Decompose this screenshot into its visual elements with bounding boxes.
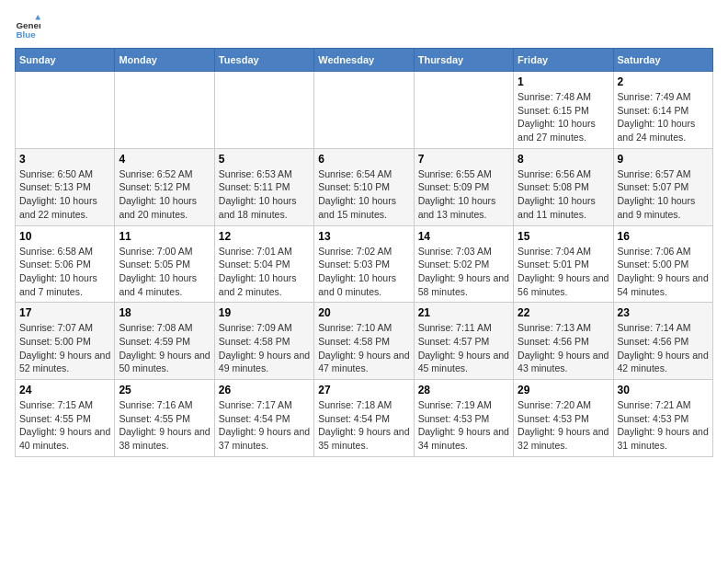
cell-day-number: 10 xyxy=(19,230,110,243)
calendar-week-row: 17Sunrise: 7:07 AMSunset: 5:00 PMDayligh… xyxy=(16,303,713,380)
calendar-cell: 15Sunrise: 7:04 AMSunset: 5:01 PMDayligh… xyxy=(514,225,613,303)
cell-day-number: 5 xyxy=(219,153,310,166)
cell-info: Sunrise: 7:01 AMSunset: 5:04 PMDaylight:… xyxy=(219,245,310,299)
cell-day-number: 14 xyxy=(418,230,509,243)
cell-info: Sunrise: 6:57 AMSunset: 5:07 PMDaylight:… xyxy=(618,167,709,222)
cell-day-number: 27 xyxy=(318,384,409,396)
calendar-cell: 11Sunrise: 7:00 AMSunset: 5:05 PMDayligh… xyxy=(115,225,214,303)
cell-info: Sunrise: 7:21 AMSunset: 4:53 PMDaylight:… xyxy=(618,398,709,453)
day-of-week-row: SundayMondayTuesdayWednesdayThursdayFrid… xyxy=(16,49,713,72)
calendar-cell: 27Sunrise: 7:18 AMSunset: 4:54 PMDayligh… xyxy=(314,380,414,457)
calendar-cell: 16Sunrise: 7:06 AMSunset: 5:00 PMDayligh… xyxy=(613,225,712,303)
calendar-cell xyxy=(314,72,414,149)
calendar-cell: 24Sunrise: 7:15 AMSunset: 4:55 PMDayligh… xyxy=(16,380,115,457)
svg-marker-2 xyxy=(35,15,40,20)
cell-day-number: 11 xyxy=(119,230,210,243)
dow-header: Wednesday xyxy=(314,49,414,72)
calendar-cell: 3Sunrise: 6:50 AMSunset: 5:13 PMDaylight… xyxy=(16,148,115,225)
cell-info: Sunrise: 7:18 AMSunset: 4:54 PMDaylight:… xyxy=(318,398,409,453)
cell-day-number: 22 xyxy=(518,306,609,319)
cell-info: Sunrise: 7:49 AMSunset: 6:14 PMDaylight:… xyxy=(618,90,709,144)
calendar-week-row: 24Sunrise: 7:15 AMSunset: 4:55 PMDayligh… xyxy=(16,380,713,457)
cell-info: Sunrise: 7:16 AMSunset: 4:55 PMDaylight:… xyxy=(119,398,210,453)
dow-header: Monday xyxy=(115,49,214,72)
calendar-week-row: 1Sunrise: 7:48 AMSunset: 6:15 PMDaylight… xyxy=(16,72,713,149)
cell-day-number: 18 xyxy=(119,306,210,319)
calendar-body: 1Sunrise: 7:48 AMSunset: 6:15 PMDaylight… xyxy=(16,72,713,457)
cell-info: Sunrise: 7:00 AMSunset: 5:05 PMDaylight:… xyxy=(119,245,210,299)
cell-day-number: 20 xyxy=(318,306,409,319)
cell-day-number: 12 xyxy=(219,230,310,243)
cell-info: Sunrise: 6:55 AMSunset: 5:09 PMDaylight:… xyxy=(418,167,509,222)
cell-day-number: 13 xyxy=(318,230,409,243)
cell-day-number: 25 xyxy=(119,384,210,396)
cell-info: Sunrise: 7:14 AMSunset: 4:56 PMDaylight:… xyxy=(618,321,709,375)
calendar-cell: 23Sunrise: 7:14 AMSunset: 4:56 PMDayligh… xyxy=(613,303,712,380)
calendar-cell: 30Sunrise: 7:21 AMSunset: 4:53 PMDayligh… xyxy=(613,380,712,457)
cell-day-number: 16 xyxy=(618,230,709,243)
cell-day-number: 23 xyxy=(618,306,709,319)
calendar-cell xyxy=(16,72,115,149)
cell-day-number: 26 xyxy=(219,384,310,396)
cell-day-number: 6 xyxy=(318,153,409,166)
cell-info: Sunrise: 6:53 AMSunset: 5:11 PMDaylight:… xyxy=(219,167,310,222)
calendar-cell: 22Sunrise: 7:13 AMSunset: 4:56 PMDayligh… xyxy=(514,303,613,380)
calendar-cell: 20Sunrise: 7:10 AMSunset: 4:58 PMDayligh… xyxy=(314,303,414,380)
cell-info: Sunrise: 7:08 AMSunset: 4:59 PMDaylight:… xyxy=(119,321,210,375)
header-area: General Blue xyxy=(15,15,713,40)
calendar-cell: 26Sunrise: 7:17 AMSunset: 4:54 PMDayligh… xyxy=(214,380,313,457)
calendar-cell: 14Sunrise: 7:03 AMSunset: 5:02 PMDayligh… xyxy=(414,225,513,303)
calendar-week-row: 3Sunrise: 6:50 AMSunset: 5:13 PMDaylight… xyxy=(16,148,713,225)
cell-info: Sunrise: 7:11 AMSunset: 4:57 PMDaylight:… xyxy=(418,321,509,375)
cell-info: Sunrise: 7:15 AMSunset: 4:55 PMDaylight:… xyxy=(19,398,110,453)
cell-day-number: 9 xyxy=(618,153,709,166)
cell-day-number: 30 xyxy=(618,384,709,396)
cell-info: Sunrise: 7:48 AMSunset: 6:15 PMDaylight:… xyxy=(518,90,609,144)
calendar-week-row: 10Sunrise: 6:58 AMSunset: 5:06 PMDayligh… xyxy=(16,225,713,303)
calendar-cell: 6Sunrise: 6:54 AMSunset: 5:10 PMDaylight… xyxy=(314,148,414,225)
cell-info: Sunrise: 7:06 AMSunset: 5:00 PMDaylight:… xyxy=(618,245,709,299)
calendar-cell: 18Sunrise: 7:08 AMSunset: 4:59 PMDayligh… xyxy=(115,303,214,380)
cell-info: Sunrise: 7:17 AMSunset: 4:54 PMDaylight:… xyxy=(219,398,310,453)
cell-day-number: 7 xyxy=(418,153,509,166)
dow-header: Friday xyxy=(514,49,613,72)
calendar-cell: 13Sunrise: 7:02 AMSunset: 5:03 PMDayligh… xyxy=(314,225,414,303)
calendar-cell xyxy=(414,72,513,149)
logo: General Blue xyxy=(15,15,44,40)
calendar-cell: 5Sunrise: 6:53 AMSunset: 5:11 PMDaylight… xyxy=(214,148,313,225)
calendar-cell: 21Sunrise: 7:11 AMSunset: 4:57 PMDayligh… xyxy=(414,303,513,380)
cell-info: Sunrise: 7:03 AMSunset: 5:02 PMDaylight:… xyxy=(418,245,509,299)
cell-info: Sunrise: 6:56 AMSunset: 5:08 PMDaylight:… xyxy=(518,167,609,222)
dow-header: Thursday xyxy=(414,49,513,72)
cell-day-number: 28 xyxy=(418,384,509,396)
cell-info: Sunrise: 6:54 AMSunset: 5:10 PMDaylight:… xyxy=(318,167,409,222)
calendar-cell: 1Sunrise: 7:48 AMSunset: 6:15 PMDaylight… xyxy=(514,72,613,149)
cell-info: Sunrise: 6:50 AMSunset: 5:13 PMDaylight:… xyxy=(19,167,110,222)
cell-day-number: 8 xyxy=(518,153,609,166)
calendar-cell: 29Sunrise: 7:20 AMSunset: 4:53 PMDayligh… xyxy=(514,380,613,457)
cell-info: Sunrise: 7:19 AMSunset: 4:53 PMDaylight:… xyxy=(418,398,509,453)
logo-icon: General Blue xyxy=(15,15,40,40)
cell-info: Sunrise: 6:52 AMSunset: 5:12 PMDaylight:… xyxy=(119,167,210,222)
calendar-cell: 2Sunrise: 7:49 AMSunset: 6:14 PMDaylight… xyxy=(613,72,712,149)
calendar-cell: 10Sunrise: 6:58 AMSunset: 5:06 PMDayligh… xyxy=(16,225,115,303)
calendar: SundayMondayTuesdayWednesdayThursdayFrid… xyxy=(15,48,713,457)
cell-day-number: 1 xyxy=(518,75,609,88)
cell-day-number: 3 xyxy=(19,153,110,166)
cell-day-number: 21 xyxy=(418,306,509,319)
cell-day-number: 19 xyxy=(219,306,310,319)
cell-info: Sunrise: 7:04 AMSunset: 5:01 PMDaylight:… xyxy=(518,245,609,299)
calendar-cell: 12Sunrise: 7:01 AMSunset: 5:04 PMDayligh… xyxy=(214,225,313,303)
cell-info: Sunrise: 7:13 AMSunset: 4:56 PMDaylight:… xyxy=(518,321,609,375)
dow-header: Sunday xyxy=(16,49,115,72)
cell-day-number: 29 xyxy=(518,384,609,396)
cell-day-number: 4 xyxy=(119,153,210,166)
calendar-cell: 9Sunrise: 6:57 AMSunset: 5:07 PMDaylight… xyxy=(613,148,712,225)
calendar-cell: 8Sunrise: 6:56 AMSunset: 5:08 PMDaylight… xyxy=(514,148,613,225)
cell-info: Sunrise: 7:09 AMSunset: 4:58 PMDaylight:… xyxy=(219,321,310,375)
cell-day-number: 2 xyxy=(618,75,709,88)
calendar-cell: 19Sunrise: 7:09 AMSunset: 4:58 PMDayligh… xyxy=(214,303,313,380)
cell-info: Sunrise: 7:10 AMSunset: 4:58 PMDaylight:… xyxy=(318,321,409,375)
dow-header: Tuesday xyxy=(214,49,313,72)
calendar-cell: 28Sunrise: 7:19 AMSunset: 4:53 PMDayligh… xyxy=(414,380,513,457)
